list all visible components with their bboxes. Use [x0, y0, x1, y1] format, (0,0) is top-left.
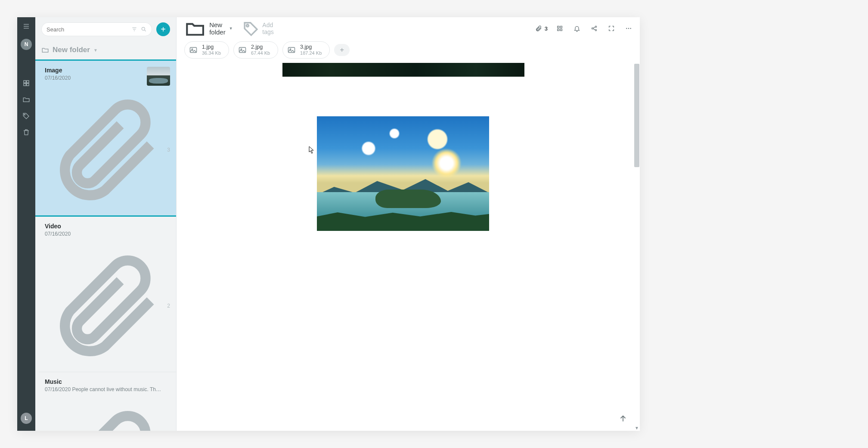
editor-topbar: New folder ▼ Add tags 3 [177, 17, 640, 40]
attachment-chip[interactable]: 3.jpg 187.24 Kb [282, 41, 330, 59]
svg-line-12 [145, 30, 146, 31]
editor-canvas[interactable]: ▲ ▼ [177, 63, 640, 431]
chip-filesize: 36.34 Kb [202, 50, 221, 56]
svg-rect-15 [560, 26, 562, 28]
attachment-chips-row: 1.jpg 36.34 Kb 2.jpg 67.44 Kb 3.jpg [177, 40, 640, 63]
svg-rect-5 [24, 84, 26, 86]
list-item[interactable]: Video 07/16/2020 2 [39, 217, 176, 372]
paperclip-icon [45, 401, 165, 431]
workspace-avatar[interactable]: N [21, 39, 32, 50]
more-options-icon[interactable] [625, 25, 632, 32]
svg-point-25 [630, 28, 631, 29]
tag-outline-icon [242, 20, 260, 37]
add-tags-label: Add tags [262, 22, 275, 35]
attachment-chip[interactable]: 1.jpg 36.34 Kb [184, 41, 229, 59]
paperclip-icon [45, 246, 165, 366]
editor-panel: New folder ▼ Add tags 3 [177, 17, 640, 431]
chip-filename: 2.jpg [251, 44, 270, 50]
search-row: + [35, 17, 176, 41]
attachment-count: 2 [167, 303, 170, 309]
svg-rect-4 [27, 81, 29, 83]
breadcrumb-label: New folder [209, 21, 226, 36]
svg-rect-16 [558, 29, 559, 31]
search-icon[interactable] [141, 26, 147, 32]
list-item-title: Music [45, 378, 170, 385]
image-file-icon [287, 46, 296, 54]
list-item[interactable]: Image 07/16/2020 3 [35, 61, 176, 217]
user-avatar[interactable]: L [21, 413, 32, 424]
list-item-thumbnail [147, 67, 170, 86]
vertical-scrollbar[interactable]: ▲ ▼ [634, 63, 640, 431]
attachments-count: 3 [545, 25, 548, 32]
svg-point-7 [24, 114, 25, 115]
notes-list-panel: + New folder ▼ Image 07/16/2020 3 [35, 17, 177, 431]
add-tags-button[interactable]: Add tags [242, 20, 275, 37]
filter-icon[interactable] [131, 26, 137, 32]
search-input[interactable] [46, 26, 128, 33]
tag-icon[interactable] [22, 112, 30, 120]
share-icon[interactable] [591, 25, 598, 32]
attachments-indicator[interactable] [535, 25, 542, 32]
embedded-image-2[interactable] [317, 116, 489, 231]
folder-outline-icon [184, 18, 206, 39]
list-item[interactable]: Music 07/16/2020 People cannot live with… [39, 372, 176, 431]
list-folder-name: New folder [53, 46, 90, 54]
view-grid-icon[interactable] [556, 25, 563, 32]
chip-filesize: 187.24 Kb [300, 50, 322, 56]
svg-rect-17 [560, 29, 562, 31]
list-item-attachments: 2 [45, 246, 170, 366]
dashboard-grid-icon[interactable] [22, 79, 30, 87]
svg-point-24 [628, 28, 629, 29]
embedded-image-1[interactable] [282, 63, 524, 77]
svg-rect-3 [24, 81, 26, 83]
list-item-title: Video [45, 223, 170, 230]
svg-line-21 [593, 27, 595, 28]
svg-point-11 [142, 27, 145, 30]
paperclip-icon [45, 90, 165, 210]
chip-filesize: 67.44 Kb [251, 50, 270, 56]
image-file-icon [189, 46, 198, 54]
svg-point-13 [246, 25, 248, 27]
scrollbar-thumb[interactable] [634, 64, 639, 167]
folder-icon[interactable] [22, 96, 30, 103]
scroll-down-arrow-icon[interactable]: ▼ [634, 425, 640, 431]
hamburger-menu-icon[interactable] [22, 22, 30, 30]
svg-point-23 [626, 28, 627, 29]
list-item-attachments: 1 [45, 401, 170, 431]
list-item-subtitle: 07/16/2020 People cannot live without mu… [45, 386, 161, 392]
search-box[interactable] [41, 22, 152, 36]
list-item-attachments: 3 [45, 90, 170, 210]
svg-line-22 [593, 29, 595, 30]
new-note-button[interactable]: + [156, 22, 170, 36]
chip-filename: 3.jpg [300, 44, 322, 50]
list-folder-header[interactable]: New folder ▼ [35, 41, 176, 61]
expand-fullscreen-icon[interactable] [608, 25, 615, 32]
folder-outline-icon [41, 46, 49, 54]
image-file-icon [238, 46, 247, 54]
list-item-subtitle: 07/16/2020 [45, 231, 161, 237]
caret-down-icon: ▼ [93, 48, 98, 53]
paperclip-icon [535, 25, 542, 32]
breadcrumb[interactable]: New folder ▼ [184, 18, 233, 39]
svg-rect-6 [27, 84, 29, 86]
trash-icon[interactable] [22, 128, 30, 136]
app-window: N L + [17, 17, 640, 431]
nav-rail: N L [17, 17, 35, 431]
mouse-cursor-icon [309, 146, 314, 154]
notes-list: Image 07/16/2020 3 Video 07/16/2020 2 [35, 61, 176, 431]
notifications-bell-icon[interactable] [574, 25, 580, 32]
svg-rect-14 [558, 26, 559, 28]
list-item-subtitle: 07/16/2020 [45, 75, 161, 81]
attachment-count: 3 [167, 147, 170, 153]
scroll-to-top-button[interactable] [618, 414, 628, 423]
chip-filename: 1.jpg [202, 44, 221, 50]
add-attachment-button[interactable]: + [334, 44, 350, 56]
attachment-chip[interactable]: 2.jpg 67.44 Kb [233, 41, 278, 59]
caret-down-icon: ▼ [229, 26, 233, 31]
